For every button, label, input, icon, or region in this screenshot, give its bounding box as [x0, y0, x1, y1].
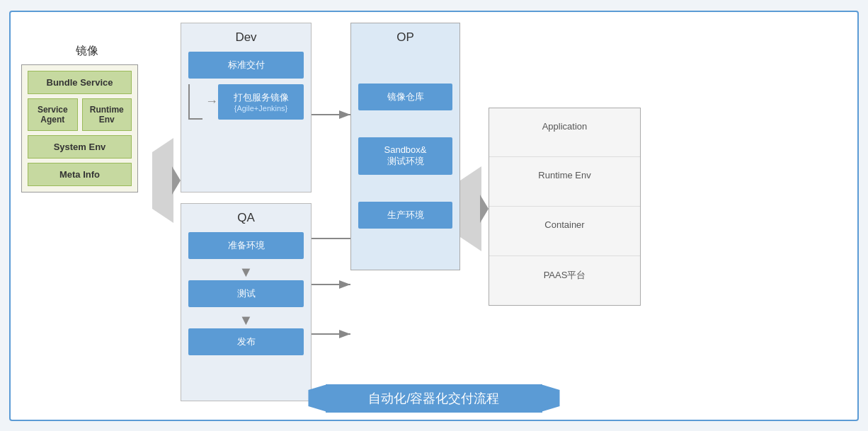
- service-runtime-row: ServiceAgent RuntimeEnv: [28, 98, 132, 131]
- op-box-2: Sandbox& 测试环境: [358, 137, 452, 175]
- svg-marker-4: [460, 166, 481, 251]
- trapezoid-arrow-1: [152, 138, 181, 226]
- qa-box-3: 发布: [188, 328, 304, 355]
- system-env-item: System Env: [28, 135, 132, 159]
- bottom-banner: 自动化/容器化交付流程: [11, 384, 857, 413]
- images-label: 镜像: [21, 44, 152, 59]
- connector-svg: [312, 23, 350, 369]
- svg-marker-1: [172, 166, 181, 195]
- right-item-2: Runtime Env: [489, 157, 640, 207]
- dev-qa-wrapper: Dev 标准交付 → 打包服务镜像 {Agile+Jenkins}: [181, 23, 312, 401]
- service-agent-item: ServiceAgent: [28, 98, 78, 131]
- trapezoid-arrow-2: [460, 166, 489, 254]
- op-box-3: 生产环境: [358, 202, 452, 229]
- banner-left-connector: [308, 385, 326, 412]
- right-item-4: PAAS平台: [489, 256, 640, 305]
- images-section: 镜像 Bundle Service ServiceAgent RuntimeEn…: [21, 23, 152, 348]
- banner-right-connector: [542, 385, 560, 412]
- op-box-1: 镜像仓库: [358, 84, 452, 110]
- bundle-service-item: Bundle Service: [28, 71, 132, 94]
- banner-text: 自动化/容器化交付流程: [326, 384, 542, 413]
- right-item-3: Container: [489, 207, 640, 256]
- dev-box-1: 标准交付: [188, 52, 304, 79]
- right-section: Application Runtime Env Container PAAS平台: [489, 108, 641, 306]
- op-wrapper: OP 镜像仓库 Sandbox& 测试环境 生产环境: [350, 23, 460, 270]
- dev-section: Dev 标准交付 → 打包服务镜像 {Agile+Jenkins}: [181, 23, 312, 192]
- qa-section: QA 准备环境 ▼ 测试 ▼ 发布: [181, 203, 312, 401]
- svg-marker-5: [480, 195, 489, 223]
- qa-box-2: 测试: [188, 280, 304, 307]
- qa-title: QA: [188, 211, 304, 225]
- main-container: 镜像 Bundle Service ServiceAgent RuntimeEn…: [9, 11, 859, 421]
- svg-marker-0: [152, 138, 173, 223]
- arrow-down-2: ▼: [188, 313, 304, 327]
- images-box: Bundle Service ServiceAgent RuntimeEnv S…: [21, 64, 138, 192]
- op-section: OP 镜像仓库 Sandbox& 测试环境 生产环境: [350, 23, 460, 270]
- right-item-1: Application: [489, 108, 640, 158]
- dev-title: Dev: [188, 30, 304, 45]
- runtime-env-item: RuntimeEnv: [82, 98, 132, 131]
- meta-info-item: Meta Info: [28, 163, 132, 186]
- flow-wrapper: 镜像 Bundle Service ServiceAgent RuntimeEn…: [21, 23, 847, 369]
- op-title: OP: [358, 30, 452, 45]
- connector-area: [312, 23, 350, 369]
- qa-box-1: 准备环境: [188, 232, 304, 259]
- arrow-down-1: ▼: [188, 265, 304, 279]
- dev-box-2: 打包服务镜像 {Agile+Jenkins}: [218, 84, 304, 120]
